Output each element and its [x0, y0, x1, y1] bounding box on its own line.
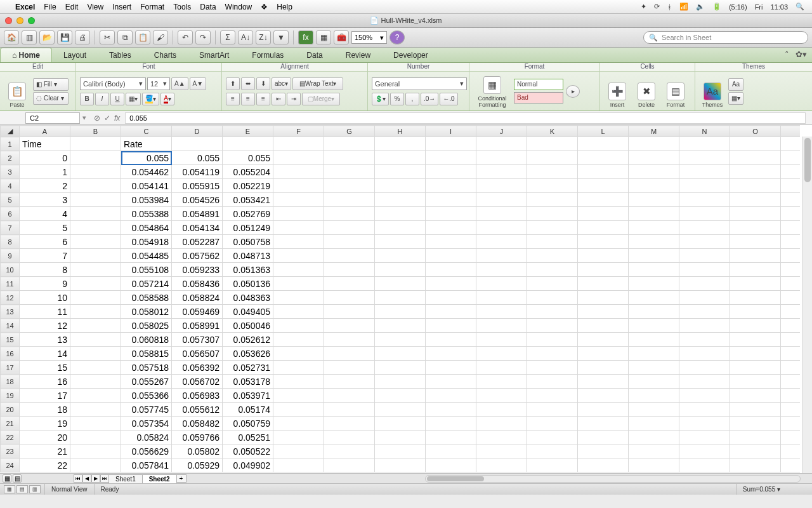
cell-B13[interactable] — [70, 305, 121, 319]
cell-F10[interactable] — [273, 263, 324, 277]
cell-I23[interactable] — [426, 444, 476, 458]
cell-M16[interactable] — [629, 347, 679, 361]
cell-E13[interactable]: 0.049405 — [223, 305, 273, 319]
cell-H14[interactable] — [375, 319, 426, 333]
cell-F4[interactable] — [273, 179, 324, 193]
wrap-text-button[interactable]: ▤ Wrap Text ▾ — [292, 77, 343, 90]
cell-B19[interactable] — [70, 389, 121, 403]
tab-smartart[interactable]: SmartArt — [188, 48, 240, 62]
cell-A18[interactable]: 16 — [20, 375, 70, 389]
cell-M8[interactable] — [629, 235, 679, 249]
cell-K10[interactable] — [527, 263, 578, 277]
sort-asc-button[interactable]: A↓ — [238, 30, 253, 44]
cell-A21[interactable]: 19 — [20, 417, 70, 431]
cell-H9[interactable] — [375, 249, 426, 263]
cell-D14[interactable]: 0.058991 — [172, 319, 223, 333]
cell-C16[interactable]: 0.058815 — [121, 347, 172, 361]
cell-H6[interactable] — [375, 207, 426, 221]
cell-D20[interactable]: 0.055612 — [172, 403, 223, 417]
cell-M5[interactable] — [629, 193, 679, 207]
cell-O7[interactable] — [730, 221, 781, 235]
cell-O10[interactable] — [730, 263, 781, 277]
cell-K22[interactable] — [527, 431, 578, 444]
merge-button[interactable]: ▢ Merge ▾ — [302, 93, 340, 105]
cell-D17[interactable]: 0.056392 — [172, 361, 223, 375]
cell-N1[interactable] — [679, 137, 730, 151]
style-bad[interactable]: Bad — [514, 92, 563, 104]
cell-O11[interactable] — [730, 277, 781, 291]
cell-B21[interactable] — [70, 417, 121, 431]
cell-E5[interactable]: 0.053421 — [223, 193, 273, 207]
tab-developer[interactable]: Developer — [382, 48, 440, 62]
cell-E9[interactable]: 0.048713 — [223, 249, 273, 263]
sort-desc-button[interactable]: Z↓ — [256, 30, 271, 44]
cell-M15[interactable] — [629, 333, 679, 347]
column-header-A[interactable]: A — [20, 126, 70, 137]
cell-L1[interactable] — [578, 137, 629, 151]
cell-C13[interactable]: 0.058012 — [121, 305, 172, 319]
align-bottom-button[interactable]: ⬇ — [256, 77, 270, 90]
cell-E23[interactable]: 0.050522 — [223, 444, 273, 458]
menu-edit[interactable]: Edit — [65, 3, 79, 11]
cell-O23[interactable] — [730, 444, 781, 458]
cell-F17[interactable] — [273, 361, 324, 375]
cell-H8[interactable] — [375, 235, 426, 249]
cell-J23[interactable] — [476, 444, 527, 458]
cell-B18[interactable] — [70, 375, 121, 389]
cell-K19[interactable] — [527, 389, 578, 403]
cell-D13[interactable]: 0.059469 — [172, 305, 223, 319]
cell-K5[interactable] — [527, 193, 578, 207]
column-header-H[interactable]: H — [375, 126, 426, 137]
theme-colors-button[interactable]: ▦▾ — [728, 92, 743, 105]
cell-C19[interactable]: 0.055366 — [121, 389, 172, 403]
cell-N17[interactable] — [679, 361, 730, 375]
cell-N15[interactable] — [679, 333, 730, 347]
cell-O5[interactable] — [730, 193, 781, 207]
print-button[interactable]: 🖨 — [75, 30, 90, 44]
tab-tables[interactable]: Tables — [98, 48, 143, 62]
row-header-19[interactable]: 19 — [1, 389, 20, 403]
cell-C6[interactable]: 0.055388 — [121, 207, 172, 221]
cell-M19[interactable] — [629, 389, 679, 403]
cell-N14[interactable] — [679, 319, 730, 333]
cell-F22[interactable] — [273, 431, 324, 444]
column-header-C[interactable]: C — [121, 126, 172, 137]
cell-E14[interactable]: 0.050046 — [223, 319, 273, 333]
row-header-22[interactable]: 22 — [1, 431, 20, 444]
cell-O22[interactable] — [730, 431, 781, 444]
cell-C8[interactable]: 0.054918 — [121, 235, 172, 249]
cell-N21[interactable] — [679, 417, 730, 431]
cell-C12[interactable]: 0.058588 — [121, 291, 172, 305]
cell-K2[interactable] — [527, 151, 578, 165]
column-header-I[interactable]: I — [426, 126, 476, 137]
cell-F24[interactable] — [273, 458, 324, 472]
cell-G24[interactable] — [324, 458, 375, 472]
decrease-indent-button[interactable]: ⇤ — [272, 93, 285, 105]
cell-E2[interactable]: 0.055 — [223, 151, 273, 165]
column-header-J[interactable]: J — [476, 126, 527, 137]
column-header-M[interactable]: M — [629, 126, 679, 137]
cell-D2[interactable]: 0.055 — [172, 151, 223, 165]
cell-H24[interactable] — [375, 458, 426, 472]
cell-D10[interactable]: 0.059233 — [172, 263, 223, 277]
styles-more-button[interactable]: ▸ — [566, 85, 580, 98]
font-name-select[interactable]: Calibri (Body)▾ — [80, 77, 146, 90]
cell-A15[interactable]: 13 — [20, 333, 70, 347]
redo-button[interactable]: ↷ — [195, 30, 211, 44]
font-size-select[interactable]: 12▾ — [147, 77, 170, 90]
column-header-B[interactable]: B — [70, 126, 121, 137]
cell-I21[interactable] — [426, 417, 476, 431]
cell-C21[interactable]: 0.057354 — [121, 417, 172, 431]
row-header-13[interactable]: 13 — [1, 305, 20, 319]
cell-E24[interactable]: 0.049902 — [223, 458, 273, 472]
cell-L4[interactable] — [578, 179, 629, 193]
cell-M12[interactable] — [629, 291, 679, 305]
battery-icon[interactable]: 🔋 — [712, 3, 721, 11]
cell-N13[interactable] — [679, 305, 730, 319]
row-header-23[interactable]: 23 — [1, 444, 20, 458]
cell-I14[interactable] — [426, 319, 476, 333]
cell-N9[interactable] — [679, 249, 730, 263]
row-header-4[interactable]: 4 — [1, 179, 20, 193]
cell-F16[interactable] — [273, 347, 324, 361]
fill-button[interactable]: ◧ Fill ▾ — [33, 78, 69, 91]
